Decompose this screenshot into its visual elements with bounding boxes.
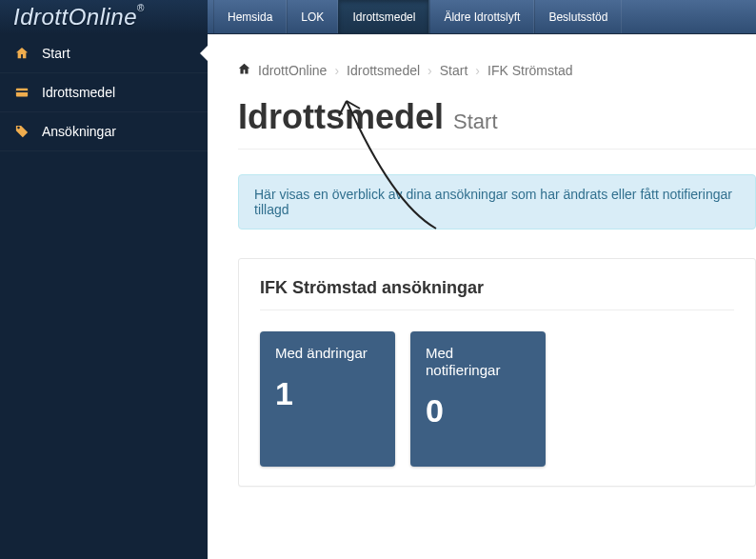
topnav-beslutsstod[interactable]: Beslutsstöd	[534, 0, 622, 33]
tile-label: Med ändringar	[275, 345, 380, 362]
tile-value: 1	[275, 375, 380, 412]
topnav-hemsida[interactable]: Hemsida	[213, 0, 287, 33]
info-alert: Här visas en överblick av dina ansökning…	[238, 174, 756, 230]
tile-med-notifieringar[interactable]: Med notifieringar 0	[410, 331, 546, 467]
home-icon	[15, 47, 32, 60]
topnav-label: Idrottsmedel	[352, 10, 415, 24]
chevron-right-icon: ›	[334, 63, 339, 78]
page-title: Idrottsmedel Start	[238, 97, 756, 150]
breadcrumb-part[interactable]: IdrottOnline	[258, 63, 327, 78]
logo-reg: ®	[137, 3, 145, 13]
sidebar-item-ansokningar[interactable]: Ansökningar	[0, 112, 208, 151]
topnav-label: Beslutsstöd	[548, 10, 607, 24]
main-content: IdrottOnline › Idrottsmedel › Start › IF…	[208, 34, 756, 559]
tile-label: Med notifieringar	[426, 345, 530, 379]
page-title-sub: Start	[453, 110, 497, 134]
sidebar-item-start[interactable]: Start	[0, 34, 208, 73]
tiles-row: Med ändringar 1 Med notifieringar 0	[260, 331, 734, 467]
sidebar-item-idrottsmedel[interactable]: Idrottsmedel	[0, 73, 208, 112]
breadcrumb-part[interactable]: IFK Strömstad	[487, 63, 572, 78]
sidebar-item-label: Start	[42, 46, 70, 61]
breadcrumb-part[interactable]: Start	[440, 63, 468, 78]
applications-panel: IFK Strömstad ansökningar Med ändringar …	[238, 258, 756, 487]
topnav-label: LOK	[301, 10, 324, 24]
sidebar-item-label: Idrottsmedel	[42, 85, 115, 100]
card-icon	[15, 86, 32, 99]
svg-rect-1	[16, 90, 28, 92]
logo-text: IdrottOnline	[13, 4, 137, 30]
tile-value: 0	[426, 392, 530, 429]
topnav-label: Hemsida	[228, 10, 272, 24]
tile-med-andringar[interactable]: Med ändringar 1	[260, 331, 395, 467]
home-icon	[238, 63, 250, 78]
sidebar-item-label: Ansökningar	[42, 124, 116, 139]
topnav-aldre-idrottslyft[interactable]: Äldre Idrottslyft	[429, 0, 534, 33]
topnav-label: Äldre Idrottslyft	[444, 10, 520, 24]
topnav-lok[interactable]: LOK	[287, 0, 338, 33]
breadcrumb: IdrottOnline › Idrottsmedel › Start › IF…	[238, 63, 756, 78]
topbar: IdrottOnline® Hemsida LOK Idrottsmedel Ä…	[0, 0, 756, 34]
chevron-right-icon: ›	[475, 63, 480, 78]
alert-text: Här visas en överblick av dina ansökning…	[254, 187, 732, 217]
tag-icon	[15, 125, 32, 138]
chevron-right-icon: ›	[428, 63, 432, 78]
topnav: Hemsida LOK Idrottsmedel Äldre Idrottsly…	[213, 0, 622, 33]
panel-title: IFK Strömstad ansökningar	[260, 278, 734, 310]
breadcrumb-part[interactable]: Idrottsmedel	[347, 63, 420, 78]
logo[interactable]: IdrottOnline®	[0, 0, 208, 34]
topnav-idrottsmedel[interactable]: Idrottsmedel	[338, 0, 429, 33]
page-title-main: Idrottsmedel	[238, 97, 444, 137]
sidebar: Start Idrottsmedel Ansökningar	[0, 34, 208, 559]
